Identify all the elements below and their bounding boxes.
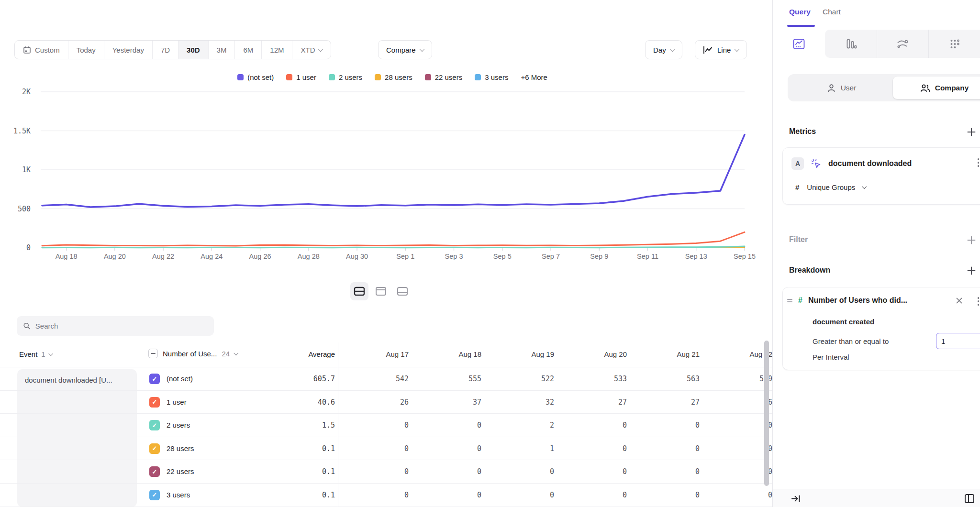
row-label: 1 user <box>167 398 187 406</box>
flow-chart-tab-icon <box>896 38 909 50</box>
split-view-icon <box>354 287 365 296</box>
date-column-header[interactable]: Aug 21 <box>632 350 704 358</box>
date-column-header[interactable]: Aug 19 <box>486 350 559 358</box>
date-range-yesterday[interactable]: Yesterday <box>104 41 152 59</box>
row-average-value: 0.1 <box>268 467 335 476</box>
date-column-header[interactable]: Aug 18 <box>413 350 486 358</box>
table-row: ✓3 users0.1000000 <box>0 484 772 507</box>
date-range-label: 30D <box>187 46 200 54</box>
company-option-label: Company <box>935 84 969 92</box>
metric-card[interactable]: A document downloaded # Unique Groups <box>782 147 980 205</box>
search-input[interactable] <box>35 322 208 330</box>
legend-more[interactable]: +6 More <box>521 73 547 81</box>
calendar-icon <box>23 46 31 54</box>
collapse-panel-icon[interactable] <box>791 494 801 503</box>
chevron-down-icon <box>735 46 740 52</box>
grid-chart-type-tab[interactable] <box>928 30 980 58</box>
split-view-button[interactable] <box>350 282 368 300</box>
line-chart <box>0 86 772 262</box>
row-value-cell: 0 <box>413 421 486 430</box>
row-value-cell: 0 <box>704 467 772 476</box>
add-filter-button[interactable] <box>967 235 976 245</box>
date-range-6m[interactable]: 6M <box>234 41 261 59</box>
remove-breakdown-button[interactable] <box>956 297 963 306</box>
date-range-12m[interactable]: 12M <box>261 41 292 59</box>
date-range-30d[interactable]: 30D <box>178 41 208 59</box>
flow-chart-type-tab[interactable] <box>877 30 929 58</box>
date-range-label: XTD <box>301 46 315 54</box>
row-value-cell: 27 <box>632 398 704 407</box>
line-chart-type-tab[interactable] <box>773 30 825 58</box>
row-value-cell: 27 <box>559 398 632 407</box>
event-column-header[interactable]: Event 1 <box>19 350 52 358</box>
panel-bottom-bar <box>773 489 980 507</box>
row-values: 001000 <box>341 444 772 453</box>
date-range-custom[interactable]: Custom <box>15 41 68 59</box>
date-range-today[interactable]: Today <box>68 41 104 59</box>
scope-company-option[interactable]: Company <box>893 77 980 99</box>
select-all-checkbox[interactable] <box>148 349 158 358</box>
row-checkbox[interactable]: ✓ <box>149 420 160 430</box>
row-value-cell: 542 <box>341 375 413 383</box>
measure-selector[interactable]: Unique Groups <box>807 183 855 191</box>
average-column-header[interactable]: Average <box>268 350 335 358</box>
legend-label: 28 users <box>385 73 412 81</box>
table-only-view-button[interactable] <box>393 282 412 300</box>
group-column-header[interactable]: Number of Use... 24 <box>148 349 238 358</box>
chart-type-button[interactable]: Line <box>695 40 747 59</box>
row-value-cell: 0 <box>413 444 486 453</box>
legend-item[interactable]: 28 users <box>375 73 412 81</box>
scope-user-option[interactable]: User <box>790 77 893 99</box>
legend-item[interactable]: 22 users <box>425 73 463 81</box>
numeric-property-icon: # <box>798 296 802 305</box>
breakdown-menu-button[interactable] <box>978 297 980 306</box>
metric-menu-button[interactable] <box>978 158 980 167</box>
chevron-down-icon <box>419 46 424 52</box>
add-metric-button[interactable] <box>967 127 976 137</box>
legend-item[interactable]: 2 users <box>329 73 362 81</box>
event-header-label: Event <box>19 350 37 358</box>
breakdown-event-name: document created <box>813 318 874 326</box>
row-checkbox[interactable]: ✓ <box>149 490 160 500</box>
scope-toggle: User Company <box>788 74 980 101</box>
row-value-cell: 32 <box>486 398 559 407</box>
date-column-header[interactable]: Aug 22 <box>704 350 772 358</box>
series-line[interactable] <box>42 246 745 248</box>
legend-item[interactable]: 3 users <box>475 73 508 81</box>
date-range-xtd[interactable]: XTD <box>292 41 331 59</box>
compare-button[interactable]: Compare <box>378 40 432 59</box>
date-range-label: Yesterday <box>112 46 144 54</box>
row-average-value: 0.1 <box>268 491 335 499</box>
row-checkbox[interactable]: ✓ <box>149 374 160 384</box>
row-value-cell: 0 <box>559 421 632 430</box>
add-breakdown-button[interactable] <box>967 266 976 276</box>
tab-chart[interactable]: Chart <box>823 8 841 16</box>
legend-item[interactable]: 1 user <box>286 73 316 81</box>
row-checkbox[interactable]: ✓ <box>149 443 160 454</box>
series-line[interactable] <box>42 232 745 246</box>
filter-heading: Filter <box>789 235 808 244</box>
condition-value-input[interactable] <box>936 333 980 349</box>
date-range-3m[interactable]: 3M <box>208 41 235 59</box>
row-value-cell: 0 <box>632 444 704 453</box>
date-column-header[interactable]: Aug 17 <box>341 350 413 358</box>
table-only-view-icon <box>397 287 408 296</box>
row-value-cell: 0 <box>632 421 704 430</box>
toggle-side-panel-icon[interactable] <box>964 494 975 504</box>
date-column-header[interactable]: Aug 20 <box>559 350 632 358</box>
tab-query[interactable]: Query <box>789 8 811 16</box>
chart-only-view-button[interactable] <box>372 282 390 300</box>
breakdown-card[interactable]: # Number of Users who did... document cr… <box>782 287 980 370</box>
legend-item[interactable]: (not set) <box>237 73 274 81</box>
bar-chart-type-tab[interactable] <box>825 30 877 58</box>
metric-event-name: document downloaded <box>828 159 912 168</box>
date-range-7d[interactable]: 7D <box>152 41 178 59</box>
legend-label: 22 users <box>435 73 463 81</box>
date-range-label: 6M <box>243 46 253 54</box>
granularity-button[interactable]: Day <box>645 40 682 59</box>
drag-handle-icon[interactable] <box>787 299 792 304</box>
row-checkbox[interactable]: ✓ <box>149 466 160 477</box>
table-vertical-scrollbar[interactable] <box>764 341 769 486</box>
row-checkbox[interactable]: ✓ <box>149 397 160 408</box>
series-line[interactable] <box>42 135 745 207</box>
